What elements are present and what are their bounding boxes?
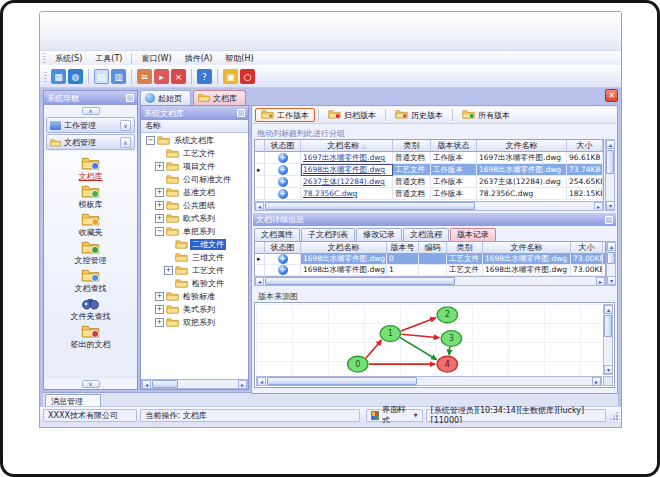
table-row[interactable]: ▸1698出水嘴零件图.dwg0工艺文件1698出水嘴零件图.dwg73.00K… [255,254,606,265]
expand-icon[interactable]: + [155,162,164,171]
exit-icon[interactable]: ○ [240,69,255,84]
doc-new-icon[interactable]: ≡ [137,69,152,84]
tree-column-header[interactable]: 名称 [141,120,248,133]
tree-node-5[interactable]: +公共图纸 [141,199,248,212]
menu-item-1[interactable]: 工具(T) [89,52,128,65]
tree-horizontal-scrollbar[interactable]: ◂ ▸ [141,379,248,389]
resize-grip[interactable] [610,411,618,420]
document-link[interactable]: 2637主体(12284).dwg [303,177,385,186]
expand-icon[interactable]: + [155,305,164,314]
scroll-thumb[interactable] [152,380,178,388]
expand-icon[interactable]: + [155,214,164,223]
tree-node-4[interactable]: +基准文档 [141,186,248,199]
expand-icon[interactable]: + [164,266,173,275]
chevron-down-icon[interactable]: ∨ [120,120,131,131]
tree-node-6[interactable]: +欧式系列 [141,212,248,225]
tree-node-8[interactable]: 二维文件 [141,238,248,251]
tree-node-12[interactable]: +检验标准 [141,290,248,303]
screen-icon[interactable]: ▦ [51,69,66,84]
scroll-thumb[interactable] [265,277,455,285]
scroll-left-icon[interactable]: ◂ [142,380,151,389]
scroll-down-icon[interactable]: ▾ [604,365,613,374]
table-row[interactable]: 2637主体(12284).dwg普通文档工作版本2637主体(12284).d… [255,176,604,188]
help-icon[interactable]: ? [197,69,212,84]
scroll-right-icon[interactable]: ▸ [592,377,601,386]
column-header-6[interactable]: 版本号 [603,140,604,152]
pin-icon[interactable] [605,216,613,224]
detail-tab-2[interactable]: 修改记录 [356,228,402,241]
sidebar-item-3[interactable]: 文控管理 [75,240,107,265]
document-link[interactable]: 1697出水嘴零件图.dwg [303,153,385,162]
chevron-up-icon[interactable]: ∧ [120,137,131,148]
scroll-up-icon[interactable]: ▴ [604,305,613,314]
scroll-left-icon[interactable]: ◂ [255,277,264,286]
graph-vertical-scrollbar[interactable]: ▴ ▾ [603,304,613,375]
pin-icon[interactable] [126,94,134,102]
scroll-down-icon[interactable]: ▾ [606,201,615,210]
tree-node-0[interactable]: −系统文档库 [141,134,248,147]
globe-icon[interactable]: ◍ [68,69,83,84]
version-filter-button-1[interactable]: 归档版本 [322,108,382,122]
scroll-thumb[interactable] [606,150,614,174]
column-header-4[interactable]: 文件名称 [477,140,567,152]
menu-item-0[interactable]: 系统(S) [49,52,88,65]
detail-tab-1[interactable]: 子文档列表 [301,228,355,241]
document-link[interactable]: 1698出水嘴零件图.dwg [303,165,385,174]
scroll-right-icon[interactable]: ▸ [596,277,605,286]
scroll-right-icon[interactable]: ▸ [238,380,247,389]
tree-node-11[interactable]: 检验文件 [141,277,248,290]
document-grid-horizontal-scrollbar[interactable]: ◂ ▸ [254,201,604,211]
scroll-thumb[interactable] [267,377,417,385]
sidebar-item-0[interactable]: 文档库 [79,156,103,181]
table-row[interactable]: 1698出水嘴零件图.dwg1工艺文件1698出水嘴零件图.dwg73.00KB… [255,265,606,276]
detail-tab-3[interactable]: 文档流程 [403,228,449,241]
table-row[interactable]: 78.2356C.dwg普通文档工作版本78.2356C.dwg182.15KB… [255,188,604,200]
sidebar-item-6[interactable]: 签出的文档 [71,324,111,349]
expand-icon[interactable]: + [155,201,164,210]
chevron-up-icon[interactable]: ∧ [82,107,100,115]
table-row[interactable]: 1697出水嘴零件图.dwg普通文档工作版本1697出水嘴零件图.dwg96.6… [255,152,604,164]
tree-node-10[interactable]: +工艺文件 [141,264,248,277]
tree-node-7[interactable]: −单把系列 [141,225,248,238]
ui-style-dropdown[interactable]: 界面样式 ▼ [366,409,423,422]
scroll-right-icon[interactable]: ▸ [594,202,603,211]
table-row[interactable]: ▸1698出水嘴零件图.dwg工艺文件工作版本1698出水嘴零件图.dwg73.… [255,164,604,176]
column-header-6[interactable]: 大小 [571,242,603,254]
tree-node-9[interactable]: 三维文件 [141,251,248,264]
column-header-2[interactable]: 类别 [393,140,431,152]
detail-tab-4[interactable]: 版本记录 [450,228,496,241]
sidebar-item-4[interactable]: 文档查找 [75,268,107,293]
version-grid-vertical-scrollbar[interactable]: ▴ ▾ [606,241,616,286]
expand-icon[interactable]: + [155,292,164,301]
version-filter-button-2[interactable]: 历史版本 [389,108,449,122]
scroll-down-icon[interactable]: ▾ [607,276,616,285]
lock-icon[interactable]: ▣ [223,69,238,84]
menu-item-3[interactable]: 插件(A) [179,52,219,65]
column-header-0[interactable]: 状态图 [265,242,301,254]
column-header-2[interactable]: 版本号 [387,242,419,254]
tree-node-14[interactable]: +双把系列 [141,316,248,329]
sidebar-item-2[interactable]: 收藏夹 [79,212,103,237]
collapse-icon[interactable]: − [155,227,164,236]
tab-document-library[interactable]: 文档库 [193,90,246,105]
sidebar-item-5[interactable]: 文件夹查找 [71,296,111,321]
doc-checkout-icon[interactable]: ▸ [154,69,169,84]
expand-icon[interactable]: + [155,318,164,327]
menu-item-4[interactable]: 帮助(H) [219,52,259,65]
doc-cancel-icon[interactable]: × [171,69,186,84]
column-header-3[interactable]: 版本状态 [431,140,477,152]
column-header-5[interactable]: 大小 [567,140,603,152]
column-header-3[interactable]: 编码 [419,242,447,254]
document-grid-vertical-scrollbar[interactable]: ▴ ▾ [605,139,615,211]
scroll-thumb[interactable] [604,315,612,337]
column-header-1[interactable]: 文档名称△ [301,140,393,152]
column-header-0[interactable]: 状态图 [265,140,301,152]
scroll-thumb[interactable] [265,202,475,210]
scroll-left-icon[interactable]: ◂ [257,377,266,386]
chevron-down-icon[interactable]: ∨ [82,380,100,388]
tree-node-13[interactable]: +美式系列 [141,303,248,316]
close-icon[interactable]: ✕ [605,89,618,102]
version-graph[interactable]: 01234 [256,304,602,375]
pin-icon[interactable] [237,109,245,117]
sidebar-group-1[interactable]: 文档管理∧ [46,134,135,150]
